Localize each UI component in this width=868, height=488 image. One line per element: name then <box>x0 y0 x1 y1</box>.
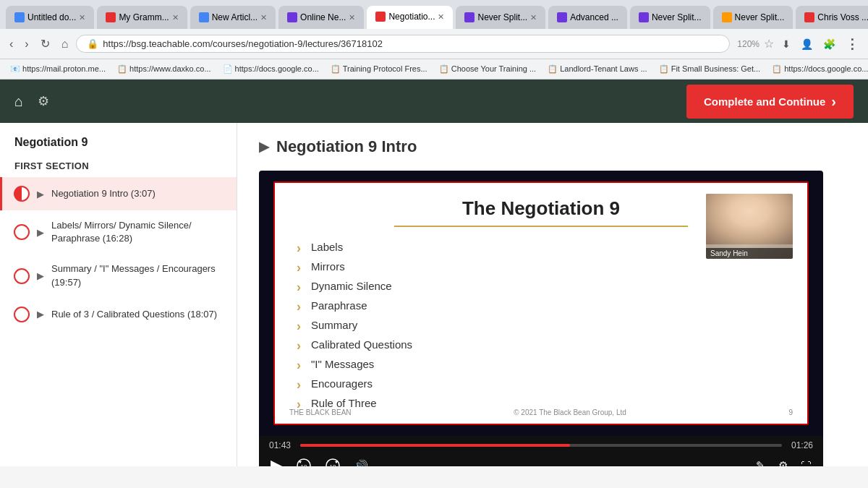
video-controls: 01:43 01:26 ▶ 10 <box>259 436 823 466</box>
tab-favicon <box>804 12 814 22</box>
tab-favicon <box>722 12 732 22</box>
home-button[interactable]: ⌂ <box>58 36 72 52</box>
sidebar-item-lecture4[interactable]: ▶ Rule of 3 / Calibrated Questions (18:0… <box>0 298 237 331</box>
tab-grammarly[interactable]: My Gramm... ✕ <box>97 6 187 29</box>
bookmark-gdocs2[interactable]: 📋 https://docs.google.co... <box>767 63 868 75</box>
app-header: ⌂ ⚙ Complete and Continue › <box>0 80 868 123</box>
tab-favicon <box>106 12 116 22</box>
slide-item-5: Summary <box>297 315 786 335</box>
lock-icon: 🔒 <box>87 38 98 49</box>
video-player: The Negotiation 9 Labels Mirrors Dynamic… <box>259 171 823 466</box>
sidebar-item-lecture2[interactable]: ▶ Labels/ Mirrors/ Dynamic Silence/ Para… <box>0 210 237 254</box>
tab-favicon <box>639 12 649 22</box>
progress-circle-3 <box>14 268 30 284</box>
download-button[interactable]: ⬇ <box>778 35 794 53</box>
controls-row: ▶ 10 10 <box>269 455 813 466</box>
branding-center: © 2021 The Black Bean Group, Ltd <box>514 408 626 416</box>
svg-text:10: 10 <box>330 463 336 466</box>
sidebar-item-label-2: Labels/ Mirrors/ Dynamic Silence/ Paraph… <box>51 219 225 245</box>
complete-btn-arrow: › <box>831 93 836 110</box>
bookmark-proton[interactable]: 📧 https://mail.proton.me... <box>6 63 110 75</box>
forward-button[interactable]: 10 <box>323 456 342 466</box>
slide-item-7: "I" Messages <box>297 354 786 374</box>
bookmark-training[interactable]: 📋 Training Protocol Fres... <box>326 63 432 75</box>
star-icon[interactable]: ☆ <box>764 37 774 51</box>
play-button[interactable]: ▶ <box>269 455 284 466</box>
bookmark-landlord[interactable]: 📋 Landlord-Tenant Laws ... <box>543 63 652 75</box>
video-icon-2: ▶ <box>37 227 44 238</box>
bookmarks-bar: 📧 https://mail.proton.me... 📋 https://ww… <box>0 59 868 80</box>
time-elapsed: 01:43 <box>269 440 294 450</box>
tab-favicon <box>557 12 567 22</box>
slide-branding: THE BLACK BEAN © 2021 The Black Bean Gro… <box>289 408 793 416</box>
slide-item-2: Mirrors <box>297 257 786 276</box>
presenter-name-badge: Sandy Hein <box>706 248 793 259</box>
progress-circle-4 <box>14 307 30 322</box>
video-icon-1: ▶ <box>37 189 44 200</box>
extensions-button[interactable]: 🧩 <box>820 35 839 53</box>
slide-item-6: Calibrated Questions <box>297 335 786 354</box>
sidebar-item-lecture3[interactable]: ▶ Summary / "I" Messages / Encouragers (… <box>0 254 237 297</box>
sidebar-item-label-3: Summary / "I" Messages / Encouragers (19… <box>51 262 225 288</box>
settings-button[interactable]: ⚙ <box>777 458 789 466</box>
progress-circle-2 <box>14 224 30 240</box>
tab-favicon <box>199 12 209 22</box>
slide-item-4: Paraphrase <box>297 296 786 315</box>
lecture-title-text: Negotiation 9 Intro <box>276 137 417 156</box>
header-left: ⌂ ⚙ <box>14 93 49 110</box>
bookmark-daxko[interactable]: 📋 https://www.daxko.co... <box>113 63 216 75</box>
menu-button[interactable]: ⋮ <box>842 35 862 53</box>
section-title: First Section <box>0 155 237 177</box>
tab-online-ne[interactable]: Online Ne... ✕ <box>278 6 364 29</box>
back-button[interactable]: ‹ <box>6 36 17 52</box>
fullscreen-button[interactable]: ⛶ <box>799 458 813 467</box>
progress-track[interactable] <box>300 444 782 447</box>
address-bar[interactable]: 🔒 https://bsg.teachable.com/courses/nego… <box>76 35 730 53</box>
tab-untitled[interactable]: Untitled do... ✕ <box>6 6 94 29</box>
profile-button[interactable]: 👤 <box>797 35 817 53</box>
home-icon[interactable]: ⌂ <box>14 93 23 110</box>
volume-button[interactable]: 🔊 <box>352 458 370 467</box>
settings-icon[interactable]: ⚙ <box>38 93 49 109</box>
video-slide: The Negotiation 9 Labels Mirrors Dynamic… <box>273 181 809 425</box>
refresh-button[interactable]: ↻ <box>37 35 54 52</box>
sidebar-item-label-1: Negotiation 9 Intro (3:07) <box>51 187 156 200</box>
slide-item-3: Dynamic Silence <box>297 276 786 296</box>
sidebar-item-lecture1[interactable]: ▶ Negotiation 9 Intro (3:07) <box>0 177 237 210</box>
tab-article[interactable]: New Articl... ✕ <box>190 6 276 29</box>
branding-right: 9 <box>788 408 793 416</box>
svg-text:10: 10 <box>301 463 307 466</box>
progress-bar-row: 01:43 01:26 <box>269 440 813 450</box>
bookmark-fitsmall[interactable]: 📋 Fit Small Business: Get... <box>655 63 765 75</box>
toolbar-actions: ⬇ 👤 🧩 ⋮ <box>778 35 862 53</box>
tab-amazon[interactable]: Never Split... <box>713 6 793 29</box>
edit-button[interactable]: ✎ <box>754 458 767 466</box>
presenter-face <box>706 194 793 244</box>
main-content: Negotiation 9 First Section ▶ Negotiatio… <box>0 123 868 466</box>
url-text: https://bsg.teachable.com/courses/negoti… <box>103 38 719 49</box>
bookmark-choose[interactable]: 📋 Choose Your Training ... <box>435 63 540 75</box>
tab-never-split2[interactable]: Never Split... <box>630 6 710 29</box>
branding-left: THE BLACK BEAN <box>289 408 352 416</box>
tab-chrisvoss[interactable]: Chris Voss ... <box>796 6 868 29</box>
content-area: ▶ Negotiation 9 Intro The Negotiation 9 … <box>237 123 868 466</box>
zoom-level: 120% <box>737 39 760 49</box>
browser-tabs: Untitled do... ✕ My Gramm... ✕ New Artic… <box>0 0 868 29</box>
app-container: ⌂ ⚙ Complete and Continue › Negotiation … <box>0 80 868 466</box>
tab-advanced[interactable]: Advanced ... <box>548 6 627 29</box>
time-remaining: 01:26 <box>788 440 813 450</box>
sidebar-item-label-4: Rule of 3 / Calibrated Questions (18:07) <box>51 308 217 321</box>
lecture-title-icon: ▶ <box>259 139 269 155</box>
complete-continue-button[interactable]: Complete and Continue › <box>686 85 854 119</box>
progress-fill <box>300 444 570 447</box>
bookmark-gdocs[interactable]: 📄 https://docs.google.co... <box>218 63 323 75</box>
tab-favicon <box>375 12 386 22</box>
tab-never-split1[interactable]: Never Split... ✕ <box>456 6 545 29</box>
progress-circle-1 <box>14 186 30 202</box>
tab-negotiation[interactable]: Negotiatio... ✕ <box>367 6 453 29</box>
video-main: The Negotiation 9 Labels Mirrors Dynamic… <box>259 181 823 425</box>
course-title: Negotiation 9 <box>0 123 237 155</box>
rewind-button[interactable]: 10 <box>294 456 313 466</box>
slide-item-8: Encouragers <box>297 374 786 393</box>
forward-button[interactable]: › <box>21 36 32 52</box>
